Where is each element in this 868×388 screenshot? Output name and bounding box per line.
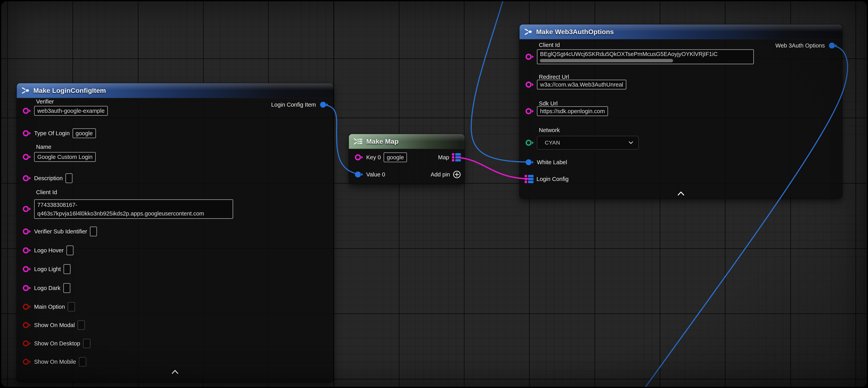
logo-light-field[interactable] xyxy=(63,264,70,274)
show-on-modal-label: Show On Modal xyxy=(34,322,75,328)
logo-hover-row: Logo Hover xyxy=(22,245,73,256)
value0-label: Value 0 xyxy=(366,171,385,178)
output-web3auth-options: Web 3Auth Options xyxy=(775,40,837,51)
struct-output-pin[interactable] xyxy=(319,100,328,109)
show-on-modal-row: Show On Modal xyxy=(22,320,85,331)
output-login-config-item: Login Config Item xyxy=(271,100,328,110)
verifier-sub-identifier-field[interactable] xyxy=(90,227,97,236)
output-label: Web 3Auth Options xyxy=(775,42,825,49)
client-id-field[interactable]: BEglQSgt4cUWcj6SKRdu5QkOXTsePmMcusG5EAoy… xyxy=(537,49,754,64)
string-pin[interactable] xyxy=(525,53,534,61)
show-on-desktop-row: Show On Desktop xyxy=(22,338,90,349)
node-header-make-web3authoptions[interactable]: Make Web3AuthOptions xyxy=(520,25,842,39)
verifier-sub-identifier-row: Verifier Sub Identifier xyxy=(22,226,97,237)
blueprint-graph-canvas[interactable]: Make LoginConfigItem Login Config Item V… xyxy=(1,1,867,387)
string-pin[interactable] xyxy=(22,265,31,273)
output-label: Login Config Item xyxy=(271,101,316,108)
login-config-row: Login Config xyxy=(525,174,569,184)
network-row: CYAN xyxy=(525,136,639,150)
string-pin[interactable] xyxy=(22,246,31,255)
bool-pin[interactable] xyxy=(22,339,31,348)
string-pin[interactable] xyxy=(22,153,31,161)
make-struct-icon xyxy=(524,27,533,36)
bool-pin[interactable] xyxy=(22,357,31,366)
redirect-url-field[interactable]: w3a://com.w3a.Web3AuthUnreal xyxy=(537,80,626,90)
collapse-chevron-icon[interactable] xyxy=(677,191,685,196)
key0-label: Key 0 xyxy=(366,154,381,161)
client-id-value: BEglQSgt4cUWcj6SKRdu5QkOXTsePmMcusG5EAoy… xyxy=(540,51,718,57)
string-pin[interactable] xyxy=(22,174,31,183)
wire-map-to-loginconfig[interactable] xyxy=(458,157,529,179)
make-map-icon xyxy=(353,137,363,146)
show-on-modal-checkbox[interactable] xyxy=(78,320,85,330)
show-on-desktop-checkbox[interactable] xyxy=(83,339,90,348)
verifier-label: Verifier xyxy=(36,98,54,105)
white-label-label: White Label xyxy=(537,159,567,166)
name-label: Name xyxy=(36,144,51,150)
white-label-row: White Label xyxy=(525,157,567,168)
bool-pin[interactable] xyxy=(22,302,31,311)
string-pin[interactable] xyxy=(22,129,31,138)
main-option-row: Main Option xyxy=(22,301,75,312)
node-title: Make Map xyxy=(366,138,399,145)
show-on-mobile-row: Show On Mobile xyxy=(22,356,86,367)
add-pin-label: Add pin xyxy=(431,171,450,178)
main-option-checkbox[interactable] xyxy=(68,302,75,311)
map-output-label: Map xyxy=(438,154,449,161)
name-field[interactable]: Google Custom Login xyxy=(34,152,96,162)
logo-hover-field[interactable] xyxy=(66,245,73,255)
node-make-web3authoptions[interactable]: Make Web3AuthOptions Web 3Auth Options C… xyxy=(520,25,842,198)
network-dropdown[interactable]: CYAN xyxy=(537,136,639,150)
enum-pin[interactable] xyxy=(525,139,534,147)
verifier-row: web3auth-google-example xyxy=(22,105,108,116)
node-make-loginconfigitem[interactable]: Make LoginConfigItem Login Config Item V… xyxy=(17,83,333,382)
key0-field[interactable]: google xyxy=(383,152,407,162)
login-config-label: Login Config xyxy=(536,176,569,182)
node-title: Make LoginConfigItem xyxy=(33,87,106,94)
logo-dark-label: Logo Dark xyxy=(34,285,61,291)
collapse-chevron-icon[interactable] xyxy=(171,369,179,374)
verifier-field[interactable]: web3auth-google-example xyxy=(34,106,108,116)
string-pin[interactable] xyxy=(525,80,534,89)
string-pin[interactable] xyxy=(525,107,534,116)
client-id-scrollbar[interactable] xyxy=(540,59,673,62)
logo-light-label: Logo Light xyxy=(34,266,61,272)
sdk-url-row: https://sdk.openlogin.com xyxy=(525,106,608,117)
show-on-desktop-label: Show On Desktop xyxy=(34,340,80,347)
node-header-make-loginconfigitem[interactable]: Make LoginConfigItem xyxy=(17,83,333,98)
description-row: Description xyxy=(22,173,72,184)
client-id-field[interactable]: 774338308167-q463s7kpvja16l4l0kko3nb925i… xyxy=(34,199,233,219)
bool-pin[interactable] xyxy=(22,321,31,329)
add-pin-icon[interactable] xyxy=(453,170,461,179)
logo-light-row: Logo Light xyxy=(22,264,70,275)
chevron-down-icon xyxy=(628,141,633,144)
logo-hover-label: Logo Hover xyxy=(34,247,64,254)
node-make-map[interactable]: Make Map Key 0 google Map Value 0 Add p xyxy=(349,134,465,184)
string-pin[interactable] xyxy=(354,153,364,162)
sdk-url-field[interactable]: https://sdk.openlogin.com xyxy=(537,106,608,116)
show-on-mobile-checkbox[interactable] xyxy=(79,357,86,366)
type-of-login-field[interactable]: google xyxy=(72,128,96,138)
string-pin[interactable] xyxy=(22,107,31,115)
client-id-label: Client Id xyxy=(539,41,560,48)
add-pin-button[interactable]: Add pin xyxy=(431,170,461,179)
network-value: CYAN xyxy=(545,140,560,146)
string-pin[interactable] xyxy=(22,284,31,292)
string-pin[interactable] xyxy=(22,205,31,213)
logo-dark-row: Logo Dark xyxy=(22,282,70,294)
client-id-label: Client Id xyxy=(36,189,57,196)
verifier-sub-identifier-label: Verifier Sub Identifier xyxy=(34,228,87,235)
logo-dark-field[interactable] xyxy=(63,283,70,293)
make-struct-icon xyxy=(21,86,30,95)
node-title: Make Web3AuthOptions xyxy=(536,28,614,36)
node-header-make-map[interactable]: Make Map xyxy=(349,134,465,149)
client-id-row: BEglQSgt4cUWcj6SKRdu5QkOXTsePmMcusG5EAoy… xyxy=(525,49,754,64)
name-row: Google Custom Login xyxy=(22,151,96,162)
string-pin[interactable] xyxy=(22,227,31,236)
description-field[interactable] xyxy=(65,173,72,183)
client-id-row: 774338308167-q463s7kpvja16l4l0kko3nb925i… xyxy=(22,200,233,218)
show-on-mobile-label: Show On Mobile xyxy=(34,359,76,365)
type-of-login-row: Type Of Login google xyxy=(22,128,96,139)
type-of-login-label: Type Of Login xyxy=(34,130,70,137)
redirect-url-row: w3a://com.w3a.Web3AuthUnreal xyxy=(525,79,626,90)
